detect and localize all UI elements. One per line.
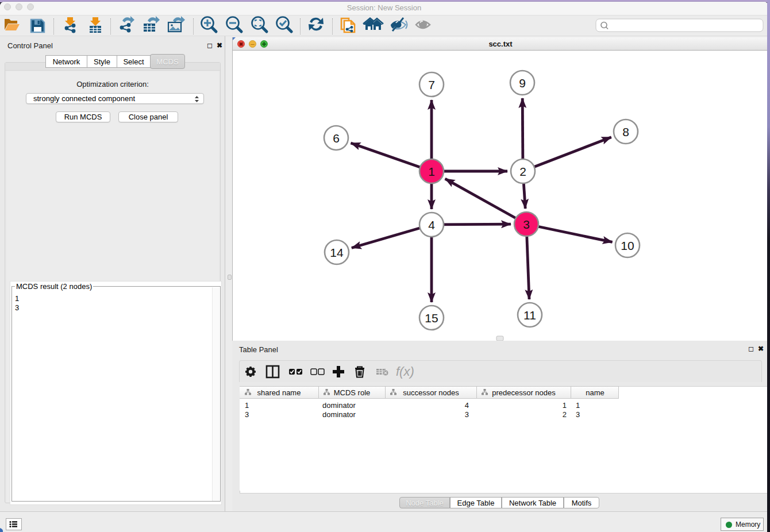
svg-text:14: 14	[330, 246, 344, 259]
svg-text:6: 6	[333, 132, 340, 145]
svg-text:3: 3	[523, 218, 530, 231]
svg-text:15: 15	[425, 311, 438, 325]
svg-text:f(x): f(x)	[396, 364, 414, 379]
svg-text:10: 10	[621, 239, 634, 252]
svg-text:7: 7	[428, 78, 435, 91]
svg-text:11: 11	[523, 309, 536, 322]
svg-text:2: 2	[519, 165, 526, 178]
svg-text:1: 1	[428, 165, 435, 178]
svg-text:9: 9	[519, 76, 526, 90]
svg-text:4: 4	[428, 218, 435, 232]
svg-text:8: 8	[622, 125, 629, 138]
